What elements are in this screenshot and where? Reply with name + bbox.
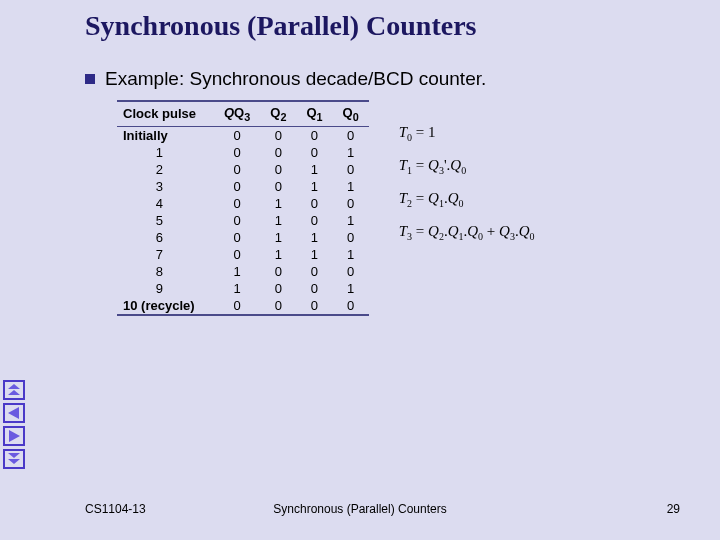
table-row: 10001 (117, 144, 369, 161)
double-up-icon (7, 384, 21, 396)
table-row: 20010 (117, 161, 369, 178)
col-q2: Q2 (260, 102, 296, 126)
bullet-square-icon (85, 74, 95, 84)
table-row: 70111 (117, 246, 369, 263)
left-triangle-icon (7, 407, 21, 419)
nav-first-button[interactable] (3, 380, 25, 400)
right-triangle-icon (7, 430, 21, 442)
table-row: 40100 (117, 195, 369, 212)
table-row: Initially0000 (117, 126, 369, 144)
table-header-row: Clock pulse QQ3Q3 Q2 Q1 Q0 (117, 102, 369, 126)
content-area: Clock pulse QQ3Q3 Q2 Q1 Q0 Initially0000… (117, 100, 692, 316)
nav-next-button[interactable] (3, 426, 25, 446)
equations: T0 = 1 T1 = Q3'.Q0 T2 = Q1.Q0 T3 = Q2.Q1… (399, 124, 535, 316)
table-row: 60110 (117, 229, 369, 246)
svg-marker-1 (8, 390, 20, 395)
footer: CS1104-13 Synchronous (Parallel) Counter… (0, 502, 720, 516)
eq-t0: T0 = 1 (399, 124, 535, 143)
col-q3: QQ3Q3 (214, 102, 260, 126)
eq-t1: T1 = Q3'.Q0 (399, 157, 535, 176)
bullet-item: Example: Synchronous decade/BCD counter. (85, 68, 692, 90)
table: Clock pulse QQ3Q3 Q2 Q1 Q0 Initially0000… (117, 102, 369, 314)
nav-last-button[interactable] (3, 449, 25, 469)
svg-marker-5 (8, 459, 20, 464)
table-row: 91001 (117, 280, 369, 297)
col-q1: Q1 (296, 102, 332, 126)
nav-prev-button[interactable] (3, 403, 25, 423)
eq-t3: T3 = Q2.Q1.Q0 + Q3.Q0 (399, 223, 535, 242)
col-q0: Q0 (333, 102, 369, 126)
nav-strip (3, 380, 25, 469)
page-title: Synchronous (Parallel) Counters (85, 10, 692, 42)
slide: Synchronous (Parallel) Counters Example:… (0, 0, 720, 316)
table-body: Initially0000 10001 20010 30011 40100 50… (117, 126, 369, 314)
table-row: 50101 (117, 212, 369, 229)
table-row: 10 (recycle)0000 (117, 297, 369, 314)
svg-marker-4 (8, 453, 20, 458)
eq-t2: T2 = Q1.Q0 (399, 190, 535, 209)
footer-right: 29 (667, 502, 680, 516)
double-down-icon (7, 453, 21, 465)
svg-marker-2 (8, 407, 19, 419)
truth-table: Clock pulse QQ3Q3 Q2 Q1 Q0 Initially0000… (117, 100, 369, 316)
footer-left: CS1104-13 (85, 502, 146, 516)
svg-marker-3 (9, 430, 20, 442)
svg-marker-0 (8, 384, 20, 389)
table-row: 30011 (117, 178, 369, 195)
bullet-text: Example: Synchronous decade/BCD counter. (105, 68, 486, 90)
table-row: 81000 (117, 263, 369, 280)
col-clock: Clock pulse (117, 102, 214, 126)
